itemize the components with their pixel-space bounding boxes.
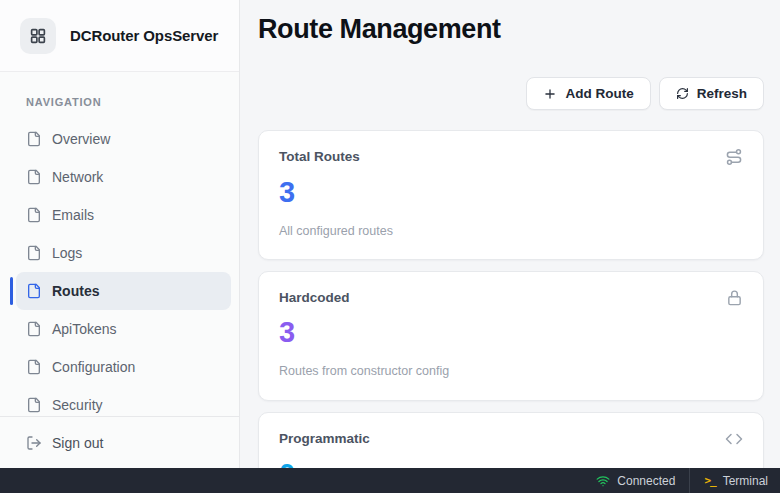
wifi-icon bbox=[596, 474, 610, 488]
refresh-button[interactable]: Refresh bbox=[659, 77, 764, 110]
card-programmatic: Programmatic 0 bbox=[258, 412, 764, 468]
log-out-icon bbox=[26, 435, 42, 451]
sidebar-item-emails[interactable]: Emails bbox=[16, 196, 231, 234]
route-icon bbox=[725, 148, 743, 166]
sidebar-item-routes[interactable]: Routes bbox=[16, 272, 231, 310]
add-route-button[interactable]: Add Route bbox=[526, 77, 650, 110]
card-value: 3 bbox=[279, 318, 743, 347]
card-title: Programmatic bbox=[279, 431, 370, 446]
sidebar-item-label: Network bbox=[52, 169, 103, 185]
card-value: 0 bbox=[279, 460, 743, 468]
card-subtitle: Routes from constructor config bbox=[279, 364, 743, 378]
connection-status: Connected bbox=[582, 468, 689, 493]
file-icon bbox=[26, 321, 42, 337]
sidebar-item-logs[interactable]: Logs bbox=[16, 234, 231, 272]
sidebar-item-label: Configuration bbox=[52, 359, 135, 375]
stat-cards: Total Routes 3 All configured routes Har… bbox=[258, 130, 764, 468]
app-title: DCRouter OpsServer bbox=[70, 27, 218, 44]
sidebar-item-label: Logs bbox=[52, 245, 82, 261]
card-title: Hardcoded bbox=[279, 290, 350, 305]
sidebar-item-configuration[interactable]: Configuration bbox=[16, 348, 231, 386]
connection-status-label: Connected bbox=[617, 474, 675, 488]
app-logo bbox=[20, 18, 56, 54]
file-icon bbox=[26, 283, 42, 299]
sidebar-item-label: Emails bbox=[52, 207, 94, 223]
sidebar-item-label: Overview bbox=[52, 131, 110, 147]
sidebar-item-overview[interactable]: Overview bbox=[16, 120, 231, 158]
card-title: Total Routes bbox=[279, 149, 360, 164]
code-icon bbox=[725, 430, 743, 448]
page-title: Route Management bbox=[258, 14, 764, 45]
terminal-button[interactable]: >_ Terminal bbox=[690, 468, 780, 493]
sidebar-item-apitokens[interactable]: ApiTokens bbox=[16, 310, 231, 348]
sidebar-footer: Sign out bbox=[0, 416, 239, 468]
card-total-routes: Total Routes 3 All configured routes bbox=[258, 130, 764, 260]
terminal-icon: >_ bbox=[704, 474, 715, 487]
navigation-section-label: NAVIGATION bbox=[26, 96, 239, 108]
card-hardcoded: Hardcoded 3 Routes from constructor conf… bbox=[258, 271, 764, 401]
sidebar-item-label: ApiTokens bbox=[52, 321, 117, 337]
sidebar-nav: NAVIGATION Overview Network Emails Logs … bbox=[0, 72, 239, 416]
sidebar-item-network[interactable]: Network bbox=[16, 158, 231, 196]
file-icon bbox=[26, 245, 42, 261]
refresh-icon bbox=[676, 87, 689, 100]
toolbar: Add Route Refresh bbox=[258, 77, 764, 110]
file-icon bbox=[26, 131, 42, 147]
card-subtitle: All configured routes bbox=[279, 224, 743, 238]
sign-out-button[interactable]: Sign out bbox=[16, 424, 231, 462]
sidebar-item-security[interactable]: Security bbox=[16, 386, 231, 416]
lock-icon bbox=[726, 289, 743, 306]
sidebar-item-label: Security bbox=[52, 397, 103, 413]
sidebar-header: DCRouter OpsServer bbox=[0, 0, 239, 72]
status-bar: Connected >_ Terminal bbox=[0, 468, 780, 493]
grid-icon bbox=[29, 27, 47, 45]
add-route-label: Add Route bbox=[565, 86, 633, 101]
file-icon bbox=[26, 397, 42, 413]
main-content: Route Management Add Route Refresh Total… bbox=[241, 0, 780, 468]
plus-icon bbox=[543, 87, 557, 101]
card-value: 3 bbox=[279, 178, 743, 207]
file-icon bbox=[26, 207, 42, 223]
sidebar-item-label: Routes bbox=[52, 283, 99, 299]
terminal-label: Terminal bbox=[723, 474, 768, 488]
file-icon bbox=[26, 359, 42, 375]
refresh-label: Refresh bbox=[697, 86, 747, 101]
sign-out-label: Sign out bbox=[52, 435, 103, 451]
sidebar: DCRouter OpsServer NAVIGATION Overview N… bbox=[0, 0, 240, 468]
file-icon bbox=[26, 169, 42, 185]
